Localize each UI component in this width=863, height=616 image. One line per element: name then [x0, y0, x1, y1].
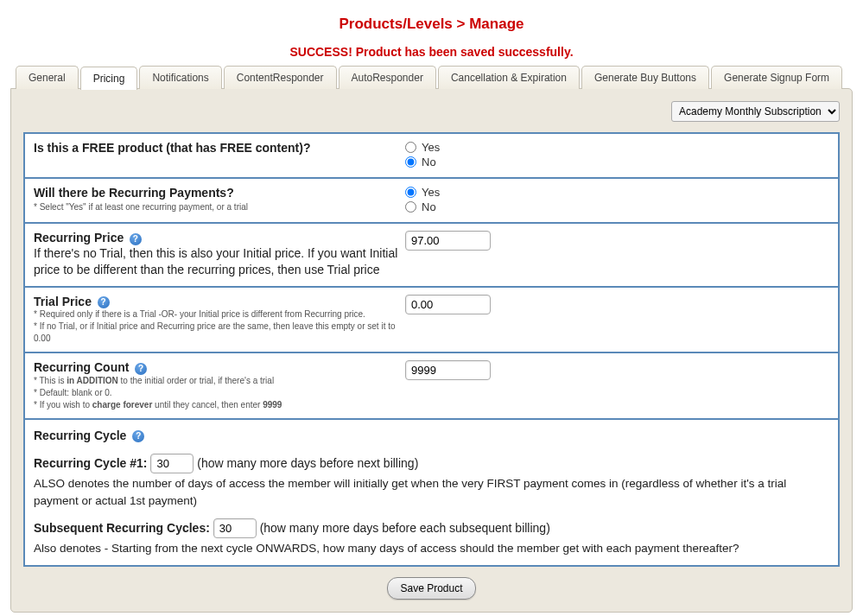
save-product-button[interactable]: Save Product	[387, 577, 475, 600]
tab-contentresponder[interactable]: ContentResponder	[224, 66, 337, 89]
settings-table: Is this a FREE product (that has FREE co…	[23, 132, 840, 567]
recurring-price-label: Recurring Price	[34, 231, 124, 244]
free-yes-radio[interactable]	[405, 142, 416, 153]
free-no-label: No	[422, 156, 436, 168]
product-dropdown[interactable]: Academy Monthly Subscription	[671, 101, 840, 122]
subs-cycle-label: Subsequent Recurring Cycles	[34, 521, 206, 535]
breadcrumb: Products/Levels > Manage	[10, 16, 853, 33]
cycle1-input[interactable]	[150, 454, 194, 473]
recurring-price-desc: If there's no Trial, then this is also y…	[34, 245, 405, 279]
cycle1-label: Recurring Cycle #1	[34, 456, 143, 470]
tab-autoresponder[interactable]: AutoResponder	[339, 66, 436, 89]
trial-price-label: Trial Price	[34, 295, 92, 308]
recurring-count-hint3: * If you wish to charge forever until th…	[34, 399, 405, 411]
tab-cancellation[interactable]: Cancellation & Expiration	[438, 66, 580, 89]
recurring-price-input[interactable]	[405, 231, 491, 251]
help-icon[interactable]: ?	[132, 430, 144, 442]
tab-signupform[interactable]: Generate Signup Form	[711, 66, 842, 89]
recurring-q-label: Will there be Recurring Payments?	[34, 186, 405, 200]
tab-pricing[interactable]: Pricing	[80, 67, 138, 90]
recurring-no-label: No	[422, 200, 436, 213]
help-icon[interactable]: ?	[98, 296, 110, 308]
recurring-cycle-header: Recurring Cycle	[34, 429, 126, 442]
trial-price-hint1: * Required only if there is a Trial -OR-…	[34, 308, 405, 321]
recurring-count-label: Recurring Count	[34, 360, 129, 374]
recurring-yes-radio[interactable]	[405, 187, 416, 198]
tab-general[interactable]: General	[16, 66, 79, 89]
help-icon[interactable]: ?	[135, 363, 147, 375]
tab-buybuttons[interactable]: Generate Buy Buttons	[581, 66, 709, 89]
trial-price-hint2: * If no Trial, or if Initial price and R…	[34, 321, 405, 345]
trial-price-input[interactable]	[405, 295, 491, 314]
help-icon[interactable]: ?	[130, 233, 142, 245]
subs-cycle-desc: Also denotes - Starting from the next cy…	[34, 540, 829, 557]
cycle1-desc: ALSO denotes the number of days of acces…	[34, 475, 829, 511]
free-no-radio[interactable]	[405, 156, 416, 168]
tab-notifications[interactable]: Notifications	[139, 66, 221, 89]
recurring-count-hint2: * Default: blank or 0.	[34, 387, 405, 399]
tab-bar: General Pricing Notifications ContentRes…	[16, 66, 853, 89]
success-message: SUCCESS! Product has been saved successf…	[10, 45, 853, 59]
recurring-no-radio[interactable]	[405, 201, 416, 213]
recurring-q-hint: * Select "Yes" if at least one recurring…	[34, 201, 405, 213]
free-yes-label: Yes	[422, 141, 440, 154]
pricing-panel: Academy Monthly Subscription Is this a F…	[10, 88, 853, 613]
subs-cycle-input[interactable]	[213, 518, 257, 538]
recurring-yes-label: Yes	[422, 186, 440, 199]
recurring-count-input[interactable]	[405, 360, 491, 380]
free-product-label: Is this a FREE product (that has FREE co…	[34, 141, 405, 155]
subs-cycle-hint: (how many more days before each subseque…	[260, 521, 550, 535]
cycle1-hint: (how many more days before next billing)	[197, 456, 418, 470]
recurring-count-hint1: * This is in ADDITION to the initial ord…	[34, 375, 405, 387]
